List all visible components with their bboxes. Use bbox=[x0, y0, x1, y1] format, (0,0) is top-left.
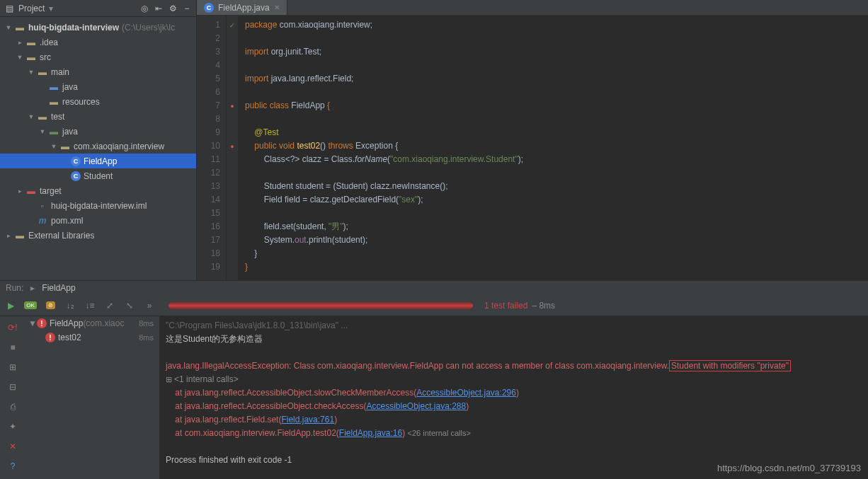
tree-ext[interactable]: ▸▬External Libraries bbox=[0, 228, 196, 243]
collapse-icon[interactable]: ⇤ bbox=[154, 4, 164, 13]
test-tree[interactable]: ▼! FieldApp (com.xiaoc 8ms ! test02 8ms bbox=[25, 316, 160, 479]
console-cmd: "C:\Program Files\Java\jdk1.8.0_131\bin\… bbox=[166, 319, 862, 333]
dropdown-icon[interactable]: ▾ bbox=[49, 4, 53, 13]
expand-icon[interactable]: ⤢ bbox=[102, 298, 118, 313]
stack-line: at java.lang.reflect.AccessibleObject.ch… bbox=[166, 400, 862, 413]
console-output[interactable]: "C:\Program Files\Java\jdk1.8.0_131\bin\… bbox=[160, 316, 868, 479]
source-link[interactable]: AccessibleObject.java:288 bbox=[366, 401, 466, 411]
code-area[interactable]: 12345678910111213141516171819 ✓●● packag… bbox=[197, 16, 868, 280]
project-panel: ▤ Project ▾ ◎ ⇤ ⚙ − ▼▬huiq-bigdata-inter… bbox=[0, 0, 197, 280]
export-icon[interactable]: ⎙ bbox=[6, 400, 20, 414]
run-header: Run: ▸ FieldApp bbox=[0, 281, 868, 295]
more-icon[interactable]: » bbox=[142, 298, 157, 313]
hide-icon[interactable]: − bbox=[182, 4, 192, 13]
gear-icon[interactable]: ⚙ bbox=[168, 4, 178, 13]
close-run-icon[interactable]: ✕ bbox=[6, 439, 20, 454]
tree-student[interactable]: CStudent bbox=[0, 168, 196, 183]
error-icon: ! bbox=[37, 318, 47, 328]
editor-panel: C FieldApp.java ✕ 1234567891011121314151… bbox=[197, 0, 868, 280]
editor-tab[interactable]: C FieldApp.java ✕ bbox=[197, 0, 287, 15]
class-icon: C bbox=[204, 3, 214, 13]
tree-pkg[interactable]: ▼▬com.xiaoqiang.interview bbox=[0, 139, 196, 154]
tree-main-resources[interactable]: ▬resources bbox=[0, 94, 196, 109]
tree-test-java[interactable]: ▼▬java bbox=[0, 124, 196, 139]
console-exception: java.lang.IllegalAccessException: Class … bbox=[166, 359, 862, 373]
collapse-all-icon[interactable]: ⤡ bbox=[122, 298, 137, 313]
source-link[interactable]: AccessibleObject.java:296 bbox=[416, 388, 516, 398]
tree-fieldapp[interactable]: CFieldApp bbox=[0, 154, 196, 168]
tree-main-java[interactable]: ▬java bbox=[0, 79, 196, 94]
toggle-ignore-icon[interactable]: ⊘ bbox=[42, 298, 58, 313]
watermark: https://blog.csdn.net/m0_37739193 bbox=[717, 463, 861, 473]
tree-main[interactable]: ▼▬main bbox=[0, 64, 196, 79]
run-config-icon: ▸ bbox=[30, 283, 35, 293]
editor-tabbar: C FieldApp.java ✕ bbox=[197, 0, 868, 16]
gutter-markers: ✓●● bbox=[227, 16, 238, 280]
run-config-name: FieldApp bbox=[42, 283, 75, 293]
test-class-row[interactable]: ▼! FieldApp (com.xiaoc 8ms bbox=[25, 316, 159, 330]
tree-test[interactable]: ▼▬test bbox=[0, 109, 196, 124]
console-expand[interactable]: ⊞ <1 internal calls> bbox=[166, 373, 862, 386]
test-method-row[interactable]: ! test02 8ms bbox=[25, 330, 159, 345]
tree-target[interactable]: ▸▬target bbox=[0, 183, 196, 198]
source-link[interactable]: Field.java:761 bbox=[281, 415, 334, 425]
source-link[interactable]: FieldApp.java:16 bbox=[339, 428, 402, 438]
test-status: 1 test failed bbox=[484, 301, 527, 311]
pin-icon[interactable]: ⊟ bbox=[6, 380, 20, 394]
help-icon[interactable]: ? bbox=[6, 459, 20, 473]
tree-root[interactable]: ▼▬huiq-bigdata-interview(C:\Users\jk\Ic bbox=[0, 20, 196, 35]
project-title: Project bbox=[18, 4, 45, 13]
history-icon[interactable]: ✦ bbox=[6, 420, 20, 434]
error-icon: ! bbox=[45, 333, 55, 342]
run-button[interactable]: ▶ bbox=[3, 298, 18, 313]
code-body[interactable]: package com.xiaoqiang.interview; import … bbox=[238, 16, 868, 280]
sort2-icon[interactable]: ↓≡ bbox=[82, 298, 98, 313]
layout-icon[interactable]: ⊞ bbox=[6, 360, 20, 374]
project-tree[interactable]: ▼▬huiq-bigdata-interview(C:\Users\jk\Ic … bbox=[0, 17, 196, 280]
rerun-failed-icon[interactable]: ⟳! bbox=[6, 321, 20, 335]
stack-line: at com.xiaoqiang.interview.FieldApp.test… bbox=[166, 427, 862, 440]
console-stdout: 这是Student的无参构造器 bbox=[166, 333, 862, 346]
close-icon[interactable]: ✕ bbox=[274, 4, 280, 11]
tab-label: FieldApp.java bbox=[218, 3, 270, 13]
tree-idea[interactable]: ▸▬.idea bbox=[0, 35, 196, 50]
stack-line: at java.lang.reflect.AccessibleObject.sl… bbox=[166, 386, 862, 400]
run-toolbar: ▶ OK ⊘ ↓₂ ↓≡ ⤢ ⤡ » 1 test failed – 8ms bbox=[0, 295, 868, 316]
test-time: – 8ms bbox=[532, 301, 555, 311]
toggle-pass-icon[interactable]: OK bbox=[23, 298, 38, 313]
run-label: Run: bbox=[6, 283, 23, 293]
tree-pom[interactable]: mpom.xml bbox=[0, 213, 196, 228]
project-header: ▤ Project ▾ ◎ ⇤ ⚙ − bbox=[0, 0, 196, 17]
sort-icon[interactable]: ↓₂ bbox=[62, 298, 78, 313]
tree-src[interactable]: ▼▬src bbox=[0, 50, 196, 64]
run-panel: Run: ▸ FieldApp ▶ OK ⊘ ↓₂ ↓≡ ⤢ ⤡ » 1 tes… bbox=[0, 280, 868, 479]
tree-iml[interactable]: ▫huiq-bigdata-interview.iml bbox=[0, 198, 196, 213]
stop-icon[interactable]: ■ bbox=[6, 340, 20, 354]
target-icon[interactable]: ◎ bbox=[139, 4, 149, 13]
project-icon: ▤ bbox=[4, 4, 14, 13]
line-gutter: 12345678910111213141516171819 bbox=[197, 16, 227, 280]
stack-line: at java.lang.reflect.Field.set(Field.jav… bbox=[166, 413, 862, 427]
run-side-toolbar: ⟳! ■ ⊞ ⊟ ⎙ ✦ ✕ ? bbox=[0, 316, 25, 479]
test-progress-bar bbox=[169, 302, 473, 309]
